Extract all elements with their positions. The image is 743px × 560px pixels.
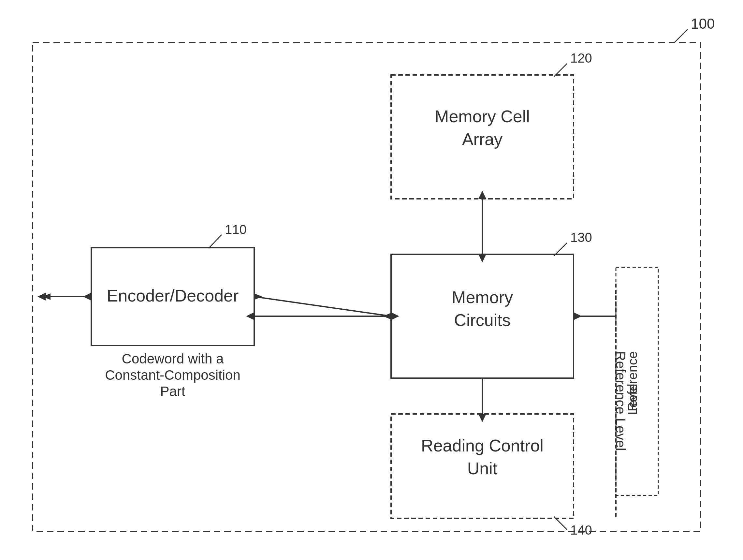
memory-circuits-text2: Circuits [454,311,510,330]
label-110: 110 [225,222,247,236]
svg-line-0 [674,29,688,42]
memory-cell-array-text1: Memory Cell [435,107,530,126]
label-140: 140 [570,523,592,537]
diagram-container: 100 Reference Level 120 Memory Cell Arra… [0,0,743,560]
arrow-ref-level [574,312,582,320]
svg-line-6 [254,297,391,316]
encoder-decoder-text: Encoder/Decoder [107,286,239,305]
codeword-label3: Part [160,384,185,399]
codeword-label2: Constant-Composition [105,368,241,383]
memory-cell-array-text2: Array [462,130,502,148]
arrow-left-output [38,293,46,301]
reading-control-unit-text2: Unit [467,459,497,478]
arrow-enc-to-mem-left [254,293,262,300]
label-120: 120 [570,51,592,65]
memory-circuits-text1: Memory [452,288,513,307]
reading-control-unit-text1: Reading Control [421,436,543,455]
label-130: 130 [570,230,592,245]
svg-line-4 [209,235,222,248]
codeword-label1: Codeword with a [122,351,224,367]
reference-level-text: Reference Level [613,351,628,451]
label-100: 100 [691,16,715,32]
arrow-left-input [83,293,91,301]
